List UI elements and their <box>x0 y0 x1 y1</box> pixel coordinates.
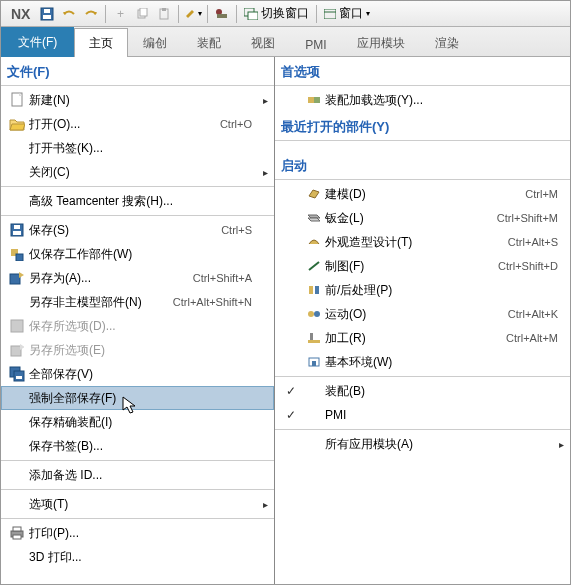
svg-rect-15 <box>13 231 21 235</box>
menu-asm-load-opts[interactable]: 装配加载选项(Y)... <box>275 88 570 112</box>
menu-styling[interactable]: 外观造型设计(T) Ctrl+Alt+S <box>275 230 570 254</box>
tab-view[interactable]: 视图 <box>236 28 290 57</box>
svg-rect-31 <box>309 286 313 294</box>
menu-3d-print[interactable]: 3D 打印... <box>1 545 274 569</box>
menu-shortcut: Ctrl+Shift+A <box>193 272 270 284</box>
menu-label: 保存精确装配(I) <box>29 414 270 431</box>
menu-label: 打开书签(K)... <box>29 140 270 157</box>
menu-save-bookmark[interactable]: 保存书签(B)... <box>1 434 274 458</box>
modeling-icon <box>307 188 321 200</box>
tb-btn-3[interactable] <box>154 4 174 24</box>
separator <box>207 5 208 23</box>
drafting-icon <box>307 260 321 272</box>
save-part-icon <box>9 247 25 261</box>
svg-rect-20 <box>11 320 23 332</box>
menu-drafting[interactable]: 制图(F) Ctrl+Shift+D <box>275 254 570 278</box>
svg-rect-8 <box>217 14 227 18</box>
nx-logo: NX <box>5 6 36 22</box>
submenu-arrow-icon: ▸ <box>263 95 268 106</box>
separator <box>275 85 570 86</box>
menu-shortcut: Ctrl+Alt+Shift+N <box>173 296 270 308</box>
menu-label: 全部保存(V) <box>29 366 270 383</box>
menu-assembly-toggle[interactable]: ✓ 装配(B) <box>275 379 570 403</box>
menu-all-apps[interactable]: 所有应用模块(A) ▸ <box>275 432 570 456</box>
svg-rect-21 <box>11 346 21 356</box>
menu-label: PMI <box>325 408 566 422</box>
menu-new[interactable]: 新建(N) ▸ <box>1 88 274 112</box>
menu-label: 保存书签(B)... <box>29 438 270 455</box>
menu-save-work-only[interactable]: 仅保存工作部件(W) <box>1 242 274 266</box>
separator <box>236 5 237 23</box>
window-menu-button[interactable]: 窗口 ▾ <box>320 4 374 24</box>
menu-shortcut: Ctrl+Alt+S <box>508 236 566 248</box>
check-icon: ✓ <box>279 408 303 422</box>
chevron-down-icon: ▾ <box>366 9 370 18</box>
menu-save[interactable]: 保存(S) Ctrl+S <box>1 218 274 242</box>
menu-label: 另存非主模型部件(N) <box>29 294 173 311</box>
separator <box>275 376 570 377</box>
menu-adv-tc-search[interactable]: 高级 Teamcenter 搜索(H)... <box>1 189 274 213</box>
tab-file[interactable]: 文件(F) <box>1 27 74 57</box>
menu-label: 外观造型设计(T) <box>325 234 508 251</box>
menu-motion[interactable]: 运动(O) Ctrl+Alt+K <box>275 302 570 326</box>
menu-mfg[interactable]: 加工(R) Ctrl+Alt+M <box>275 326 570 350</box>
svg-rect-26 <box>13 527 21 531</box>
svg-rect-18 <box>16 254 23 261</box>
svg-rect-29 <box>314 97 320 103</box>
brush-icon <box>184 8 198 20</box>
svg-rect-28 <box>308 97 314 103</box>
titlebar: NX + ▾ 切换窗口 窗口 ▾ <box>1 1 570 27</box>
tab-render[interactable]: 渲染 <box>420 28 474 57</box>
switch-window-button[interactable]: 切换窗口 <box>240 4 313 24</box>
menu-pmi-toggle[interactable]: ✓ PMI <box>275 403 570 427</box>
submenu-arrow-icon: ▸ <box>559 439 564 450</box>
printer-icon <box>9 526 25 540</box>
tab-pmi[interactable]: PMI <box>290 31 341 57</box>
menu-gateway[interactable]: 基本环境(W) <box>275 350 570 374</box>
menu-label: 选项(T) <box>29 496 270 513</box>
file-menu-title: 文件(F) <box>1 57 274 83</box>
menu-label: 钣金(L) <box>325 210 497 227</box>
svg-rect-10 <box>248 12 258 20</box>
save-sel-as-icon <box>10 343 24 357</box>
touch-icon <box>215 8 229 20</box>
menu-save-nonmaster[interactable]: 另存非主模型部件(N) Ctrl+Alt+Shift+N <box>1 290 274 314</box>
separator <box>275 140 570 141</box>
check-icon: ✓ <box>279 384 303 398</box>
menu-save-sel-alt: 另存所选项(E) <box>1 338 274 362</box>
tab-edit[interactable]: 编创 <box>128 28 182 57</box>
tb-btn-1[interactable]: + <box>110 4 130 24</box>
menu-modeling[interactable]: 建模(D) Ctrl+M <box>275 182 570 206</box>
menu-shortcut: Ctrl+Alt+K <box>508 308 566 320</box>
save-all-icon <box>9 366 25 382</box>
separator <box>105 5 106 23</box>
menu-shortcut: Ctrl+Shift+D <box>498 260 566 272</box>
tb-btn-4[interactable]: ▾ <box>183 4 203 24</box>
undo-icon <box>62 9 76 19</box>
menu-print[interactable]: 打印(P)... <box>1 521 274 545</box>
menu-add-remark-id[interactable]: 添加备选 ID... <box>1 463 274 487</box>
tab-assembly[interactable]: 装配 <box>182 28 236 57</box>
menu-sheetmetal[interactable]: 钣金(L) Ctrl+Shift+M <box>275 206 570 230</box>
menu-save-all[interactable]: 全部保存(V) <box>1 362 274 386</box>
menu-label: 新建(N) <box>29 92 270 109</box>
redo-button[interactable] <box>81 4 101 24</box>
menu-prepost[interactable]: 前/后处理(P) <box>275 278 570 302</box>
svg-rect-16 <box>14 225 20 229</box>
save-button[interactable] <box>37 4 57 24</box>
tb-btn-2[interactable] <box>132 4 152 24</box>
menu-save-selected: 保存所选项(D)... <box>1 314 274 338</box>
tab-home[interactable]: 主页 <box>74 28 128 57</box>
prepost-icon <box>307 284 321 296</box>
menu-save-as[interactable]: 另存为(A)... Ctrl+Shift+A <box>1 266 274 290</box>
tab-app[interactable]: 应用模块 <box>342 28 420 57</box>
separator <box>275 179 570 180</box>
menu-close[interactable]: 关闭(C) ▸ <box>1 160 274 184</box>
menu-open[interactable]: 打开(O)... Ctrl+O <box>1 112 274 136</box>
file-menu-right: 首选项 装配加载选项(Y)... 最近打开的部件(Y) 启动 建模(D) Ctr… <box>275 57 570 584</box>
tb-btn-5[interactable] <box>212 4 232 24</box>
undo-button[interactable] <box>59 4 79 24</box>
menu-open-bookmark[interactable]: 打开书签(K)... <box>1 136 274 160</box>
svg-rect-4 <box>140 8 147 16</box>
menu-options[interactable]: 选项(T) ▸ <box>1 492 274 516</box>
